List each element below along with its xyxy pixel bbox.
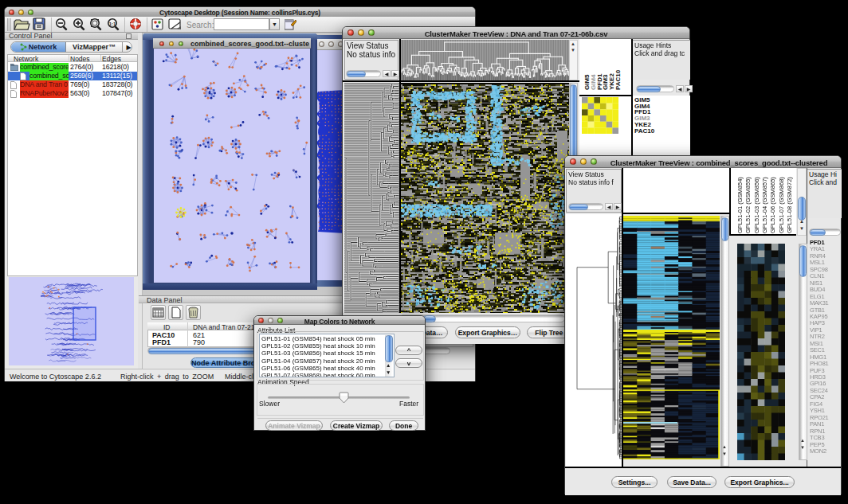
svg-text:1:1: 1:1 xyxy=(109,21,116,26)
svg-text:Search:: Search: xyxy=(186,21,214,29)
